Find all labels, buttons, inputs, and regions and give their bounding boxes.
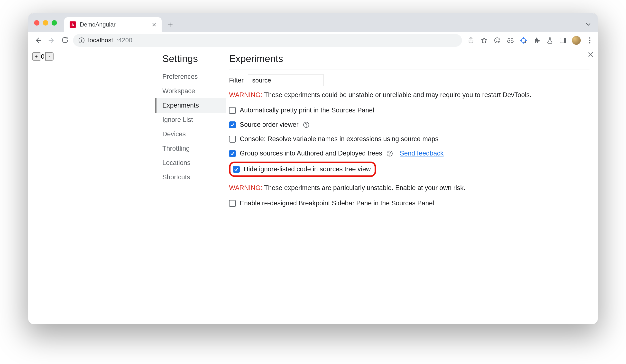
filter-input[interactable] — [248, 74, 323, 86]
window-controls — [34, 20, 57, 26]
svg-point-15 — [589, 37, 590, 38]
svg-point-16 — [589, 40, 590, 41]
svg-rect-4 — [81, 40, 82, 42]
experiment-label: Enable re-designed Breakpoint Sidebar Pa… — [240, 200, 434, 207]
experiment-row: Console: Resolve variable names in expre… — [229, 132, 589, 146]
svg-point-12 — [524, 41, 526, 42]
settings-sidebar: Settings PreferencesWorkspaceExperiments… — [155, 49, 226, 324]
sidepanel-icon[interactable] — [559, 36, 567, 44]
sidebar-item-experiments[interactable]: Experiments — [155, 98, 226, 113]
svg-rect-14 — [564, 38, 566, 43]
experiment-row: Hide ignore-listed code in sources tree … — [233, 165, 371, 174]
svg-point-9 — [508, 40, 510, 42]
experiment-checkbox[interactable] — [233, 166, 240, 173]
extension-target-icon[interactable] — [519, 36, 528, 44]
svg-point-8 — [498, 39, 499, 40]
sidebar-item-shortcuts[interactable]: Shortcuts — [162, 170, 226, 184]
back-button[interactable] — [32, 35, 44, 46]
sidebar-item-preferences[interactable]: Preferences — [162, 70, 226, 84]
url-host: localhost — [88, 36, 113, 44]
highlighted-experiment: Hide ignore-listed code in sources tree … — [229, 162, 376, 177]
sidebar-item-devices[interactable]: Devices — [162, 127, 226, 141]
sidebar-item-workspace[interactable]: Workspace — [162, 84, 226, 98]
devtools-settings: Settings PreferencesWorkspaceExperiments… — [155, 49, 598, 324]
settings-close-button[interactable] — [588, 52, 593, 57]
labs-flask-icon[interactable] — [546, 36, 554, 44]
warning-2: WARNING: These experiments are particula… — [229, 184, 589, 192]
maximize-window-button[interactable] — [52, 20, 57, 26]
experiment-row: Automatically pretty print in the Source… — [229, 103, 589, 117]
warning-prefix: WARNING: — [229, 91, 262, 99]
experiments-list-a: Automatically pretty print in the Source… — [229, 103, 589, 178]
counter-value: 0 — [40, 53, 45, 60]
bookmark-icon[interactable] — [480, 36, 488, 44]
experiment-checkbox[interactable] — [229, 150, 236, 157]
svg-point-6 — [495, 38, 500, 43]
angular-favicon-icon — [70, 21, 76, 28]
profile-avatar[interactable] — [572, 36, 581, 45]
sidebar-item-throttling[interactable]: Throttling — [162, 141, 226, 156]
experiment-row: Group sources into Authored and Deployed… — [229, 146, 589, 161]
experiment-checkbox[interactable] — [229, 200, 236, 207]
filter-label: Filter — [229, 77, 244, 84]
svg-point-3 — [81, 39, 82, 39]
decrement-button[interactable]: - — [45, 52, 54, 61]
filter-row: Filter — [229, 74, 589, 86]
window-body: + 0 - Settings PreferencesWorkspaceExper… — [28, 49, 598, 324]
help-icon[interactable] — [303, 121, 310, 128]
url-port: :4200 — [117, 36, 132, 44]
send-feedback-link[interactable]: Send feedback — [400, 150, 443, 157]
reload-button[interactable] — [59, 35, 71, 46]
close-window-button[interactable] — [34, 20, 39, 26]
new-tab-button[interactable] — [167, 22, 173, 28]
browser-toolbar: localhost:4200 — [28, 32, 598, 49]
experiment-checkbox[interactable] — [229, 136, 236, 143]
svg-point-21 — [390, 155, 390, 155]
help-icon[interactable] — [386, 150, 393, 157]
increment-button[interactable]: + — [32, 52, 40, 61]
svg-point-19 — [306, 126, 307, 127]
warning-prefix: WARNING: — [229, 184, 262, 191]
experiment-label: Console: Resolve variable names in expre… — [240, 135, 438, 143]
chrome-menu-button[interactable] — [586, 36, 594, 44]
svg-point-10 — [511, 40, 513, 42]
tab-close-button[interactable] — [152, 22, 156, 27]
warning-text: These experiments could be unstable or u… — [262, 91, 532, 99]
experiment-row: Source order viewer — [229, 117, 589, 132]
extension-glasses-icon[interactable] — [506, 36, 514, 44]
warning-text: These experiments are particularly unsta… — [262, 184, 465, 191]
page-content: + 0 - — [28, 49, 155, 324]
tab-strip: DemoAngular — [28, 13, 598, 32]
forward-button[interactable] — [46, 35, 57, 46]
experiment-label: Automatically pretty print in the Source… — [240, 107, 374, 114]
minimize-window-button[interactable] — [43, 20, 48, 26]
tab-title: DemoAngular — [80, 21, 116, 28]
experiments-list-b: Enable re-designed Breakpoint Sidebar Pa… — [229, 196, 589, 211]
site-info-icon[interactable] — [78, 37, 85, 43]
extensions-puzzle-icon[interactable] — [533, 36, 541, 44]
experiment-row: Enable re-designed Breakpoint Sidebar Pa… — [229, 196, 589, 211]
share-icon[interactable] — [467, 36, 475, 44]
experiments-heading: Experiments — [229, 53, 589, 64]
warning-1: WARNING: These experiments could be unst… — [229, 91, 589, 99]
experiment-checkbox[interactable] — [229, 107, 236, 114]
settings-main: Experiments Filter WARNING: These experi… — [226, 49, 598, 324]
divider — [229, 70, 589, 70]
sidebar-item-locations[interactable]: Locations — [162, 156, 226, 170]
experiment-checkbox[interactable] — [229, 121, 236, 128]
experiment-label: Hide ignore-listed code in sources tree … — [244, 165, 371, 173]
experiment-label: Source order viewer — [240, 121, 299, 128]
settings-title: Settings — [162, 53, 226, 64]
svg-point-17 — [589, 42, 590, 43]
address-bar[interactable]: localhost:4200 — [73, 34, 462, 47]
browser-tab[interactable]: DemoAngular — [64, 17, 162, 32]
toolbar-actions — [467, 36, 594, 45]
tabs-dropdown-button[interactable] — [585, 21, 591, 28]
experiment-label: Group sources into Authored and Deployed… — [240, 150, 382, 157]
svg-point-7 — [496, 39, 497, 40]
sidebar-item-ignore-list[interactable]: Ignore List — [162, 113, 226, 127]
browser-window: DemoAngular localhost:4200 — [28, 13, 598, 324]
counter-widget: + 0 - — [32, 52, 151, 61]
extension-face-icon[interactable] — [493, 36, 501, 44]
